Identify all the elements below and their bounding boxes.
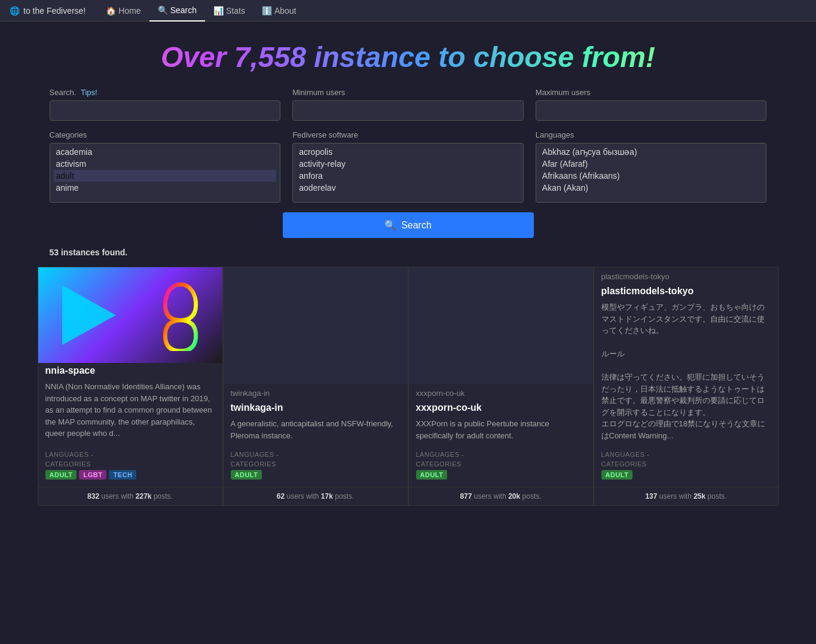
search-input[interactable] (50, 100, 281, 121)
min-users-group: Minimum users (292, 88, 524, 121)
card-twinkaga-header: twinkaga-in (224, 384, 408, 400)
card-xxxporn-header: xxxporn-co-uk (409, 384, 593, 400)
play-icon (62, 285, 116, 345)
navbar: 🌐 to the Fediverse! 🏠 Home 🔍 Search 📊 St… (0, 0, 816, 22)
card-plasticmodels-tags: adult (601, 470, 771, 480)
min-users-label: Minimum users (292, 88, 524, 97)
card-xxxporn-users: 877 (460, 492, 472, 500)
card-xxxporn: xxxporn-co-uk xxxporn-co-uk XXXPorn is a… (408, 267, 594, 506)
card-plasticmodels-posts: 25k (693, 492, 705, 500)
category-anime: anime (54, 182, 277, 194)
search-btn-label: Search (401, 220, 432, 231)
card-xxxporn-body: xxxporn-co-uk XXXPorn is a public Peertu… (409, 400, 593, 446)
sw-aoderelav: aoderelav (297, 182, 519, 194)
nav-search-label: Search (170, 5, 197, 15)
card-nnia-desc: NNIA (Non Normative Identities Alliance)… (45, 381, 215, 439)
card-nnia-image (38, 267, 222, 363)
nav-home-label: Home (118, 6, 140, 16)
tag-adult: adult (231, 470, 262, 480)
search-btn-icon: 🔍 (384, 219, 396, 231)
search-form: Search. Tips! Minimum users Maximum user… (38, 88, 779, 257)
nav-about-label: About (274, 6, 297, 16)
search-btn-row: 🔍 Search (50, 212, 767, 238)
lang-afrikaans: Afrikaans (Afrikaans) (540, 170, 763, 182)
tag-adult: adult (601, 470, 633, 480)
tips-link[interactable]: Tips! (81, 88, 97, 97)
card-twinkaga-tags: adult (231, 470, 401, 480)
software-label: Fediverse software (292, 130, 524, 139)
card-plasticmodels-users: 137 (645, 492, 657, 500)
card-nnia-posts: 227k (136, 492, 152, 500)
min-users-input[interactable] (292, 100, 524, 121)
card-plasticmodels-title: plasticmodels-tokyo (601, 286, 771, 297)
card-plasticmodels-meta: LANGUAGES - CATEGORIES adult (594, 446, 778, 487)
hero: Over 7,558 instance to choose from! (0, 22, 816, 88)
card-nnia-meta: LANGUAGES - CATEGORIES adult lgbt tech (38, 446, 222, 487)
languages-select[interactable]: Abkhaz (аҧсуа бызшәа) Afar (Afaraf) Afri… (536, 143, 767, 203)
infinity-icon (157, 279, 204, 351)
category-activism: activism (54, 158, 277, 170)
card-xxxporn-cat-label: CATEGORIES adult (416, 460, 586, 480)
card-twinkaga: twinkaga-in twinkaga-in A generalistic, … (223, 267, 408, 506)
search-text-group: Search. Tips! (50, 88, 281, 121)
card-twinkaga-users: 62 (277, 492, 285, 500)
categories-label: Categories (50, 130, 281, 139)
card-plasticmodels-footer: 137 users with 25k posts. (594, 487, 778, 505)
card-twinkaga-posts: 17k (321, 492, 333, 500)
about-icon: ℹ️ (262, 6, 272, 16)
card-twinkaga-image (224, 267, 408, 384)
card-xxxporn-meta: LANGUAGES - CATEGORIES adult (409, 446, 593, 487)
card-nnia-cat-label: CATEGORIES adult lgbt tech (45, 460, 215, 480)
search-label: Search. Tips! (50, 88, 281, 97)
card-twinkaga-footer: 62 users with 17k posts. (224, 487, 408, 505)
nav-home[interactable]: 🏠 Home (97, 0, 149, 22)
card-plasticmodels-desc: 模型やフィギュア、ガンプラ、おもちゃ向けのマストドンインスタンスです。自由に交流… (601, 301, 771, 441)
search-row-inputs: Search. Tips! Minimum users Maximum user… (50, 88, 767, 121)
tag-adult: adult (45, 470, 77, 480)
card-plasticmodels: plasticmodels-tokyo plasticmodels-tokyo … (594, 267, 779, 506)
sw-anfora: anfora (297, 170, 519, 182)
search-button[interactable]: 🔍 Search (283, 212, 534, 238)
tag-lgbt: lgbt (79, 470, 106, 480)
search-nav-icon: 🔍 (158, 5, 168, 15)
nav-links: 🏠 Home 🔍 Search 📊 Stats ℹ️ About (97, 0, 304, 22)
svg-marker-0 (62, 285, 116, 345)
card-xxxporn-footer: 877 users with 20k posts. (409, 487, 593, 505)
category-adult: adult (54, 170, 277, 182)
nav-stats-label: Stats (226, 6, 245, 16)
nav-search[interactable]: 🔍 Search (149, 0, 205, 22)
max-users-input[interactable] (536, 100, 767, 121)
tag-adult: adult (416, 470, 448, 480)
card-nnia-body: nnia-space NNIA (Non Normative Identitie… (38, 363, 222, 446)
card-xxxporn-image (409, 267, 593, 384)
nav-logo[interactable]: 🌐 to the Fediverse! (10, 6, 85, 16)
logo-text: to the Fediverse! (23, 6, 85, 16)
lang-abkhaz: Abkhaz (аҧсуа бызшәа) (540, 146, 763, 158)
software-select[interactable]: acropolis activity-relay anfora aoderela… (292, 143, 524, 203)
card-xxxporn-title: xxxporn-co-uk (416, 402, 586, 413)
lang-afar: Afar (Afaraf) (540, 158, 763, 170)
card-twinkaga-cat-label: CATEGORIES adult (231, 460, 401, 480)
cards-grid: nnia-space NNIA (Non Normative Identitie… (38, 267, 779, 506)
category-academia: academia (54, 146, 277, 158)
categories-select[interactable]: academia activism adult anime (50, 143, 281, 203)
card-xxxporn-lang-label: LANGUAGES - (416, 451, 586, 458)
card-xxxporn-desc: XXXPorn is a public Peertube instance sp… (416, 418, 586, 441)
stats-icon: 📊 (213, 6, 224, 16)
card-nnia-space: nnia-space NNIA (Non Normative Identitie… (38, 267, 223, 506)
nav-stats[interactable]: 📊 Stats (205, 0, 253, 22)
hero-title: Over 7,558 instance to choose from! (10, 41, 806, 74)
categories-group: Categories academia activism adult anime (50, 130, 281, 203)
card-nnia-footer: 832 users with 227k posts. (38, 487, 222, 505)
max-users-label: Maximum users (536, 88, 767, 97)
tag-tech: tech (109, 470, 136, 480)
software-group: Fediverse software acropolis activity-re… (292, 130, 524, 203)
nav-about[interactable]: ℹ️ About (253, 0, 305, 22)
card-nnia-title: nnia-space (45, 365, 215, 376)
card-twinkaga-meta: LANGUAGES - CATEGORIES adult (224, 446, 408, 487)
sw-activity-relay: activity-relay (297, 158, 519, 170)
card-plasticmodels-lang-label: LANGUAGES - (601, 451, 771, 458)
card-nnia-tags: adult lgbt tech (45, 470, 215, 480)
sw-acropolis: acropolis (297, 146, 519, 158)
languages-label: Languages (536, 130, 767, 139)
